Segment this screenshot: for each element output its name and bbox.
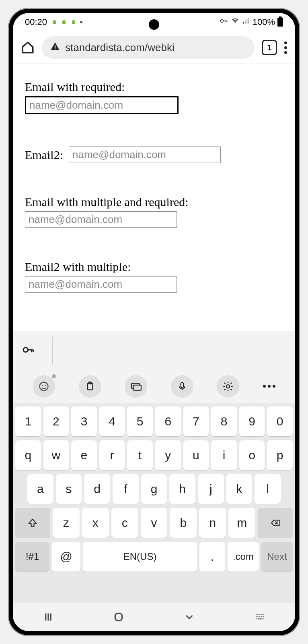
key-q[interactable]: q (15, 440, 41, 470)
front-camera (149, 19, 159, 30)
browser-toolbar: standardista.com/webki 1 (13, 31, 295, 64)
key-g[interactable]: g (141, 474, 167, 504)
svg-point-34 (263, 616, 264, 617)
key-8[interactable]: 8 (211, 407, 237, 436)
svg-point-0 (53, 21, 53, 21)
keyboard-switch-button[interactable] (252, 609, 268, 625)
key-c[interactable]: c (111, 508, 138, 538)
svg-point-25 (256, 614, 257, 615)
key-r[interactable]: r (99, 440, 125, 470)
key-o[interactable]: o (239, 440, 265, 470)
key-u[interactable]: u (183, 440, 209, 470)
key-i[interactable]: i (211, 440, 237, 470)
svg-rect-13 (55, 48, 55, 49)
key-row-zxcv: z x c v b n m (15, 508, 293, 538)
key-m[interactable]: m (228, 508, 255, 538)
svg-rect-9 (244, 21, 246, 23)
toolbar-more-button[interactable] (263, 385, 275, 388)
next-key[interactable]: Next (261, 542, 293, 572)
key-4[interactable]: 4 (99, 407, 125, 436)
key-f[interactable]: f (113, 474, 139, 504)
key-p[interactable]: p (267, 440, 293, 470)
svg-point-4 (72, 21, 73, 21)
key-9[interactable]: 9 (239, 407, 265, 436)
more-notifications-dot (80, 21, 82, 23)
svg-point-7 (235, 23, 236, 23)
svg-point-28 (261, 614, 262, 615)
emoji-button[interactable] (33, 375, 55, 398)
period-key[interactable]: . (199, 542, 225, 572)
key-h[interactable]: h (169, 474, 195, 504)
key-x[interactable]: x (82, 508, 109, 538)
android-icon (61, 19, 66, 25)
home-nav-button[interactable] (111, 609, 127, 625)
key-s[interactable]: s (56, 474, 82, 504)
email2-multiple-input[interactable] (25, 276, 177, 293)
key-n[interactable]: n (199, 508, 226, 538)
password-key-icon[interactable] (20, 344, 36, 357)
android-icon (70, 19, 76, 25)
email2-input[interactable] (69, 147, 221, 163)
key-row-asdf: a s d f g h j k l (15, 474, 293, 504)
svg-point-37 (263, 618, 264, 619)
recents-button[interactable] (40, 609, 56, 625)
svg-point-17 (45, 385, 46, 386)
tabs-button[interactable]: 1 (262, 40, 277, 55)
key-6[interactable]: 6 (155, 407, 181, 436)
key-d[interactable]: d (84, 474, 110, 504)
key-0[interactable]: 0 (267, 407, 293, 436)
settings-button[interactable] (217, 375, 239, 398)
key-w[interactable]: w (43, 440, 69, 470)
keyboard-mode-button[interactable] (125, 375, 147, 398)
key-v[interactable]: v (141, 508, 168, 538)
battery-percent: 100% (253, 17, 275, 27)
email-required-input[interactable] (25, 96, 179, 114)
key-row-qwerty: q w e r t y u i o p (15, 440, 293, 470)
svg-rect-36 (258, 618, 262, 619)
dotcom-key[interactable]: .com (228, 542, 259, 572)
svg-rect-10 (246, 19, 248, 24)
svg-point-31 (258, 616, 259, 617)
page-content[interactable]: Email with required: Email2: Email with … (13, 64, 295, 309)
shift-key[interactable] (15, 508, 50, 538)
home-button[interactable] (21, 41, 35, 54)
field4-label: Email2 with multiple: (25, 260, 283, 274)
battery-icon (277, 18, 283, 27)
field2-label: Email2: (25, 148, 63, 162)
key-y[interactable]: y (155, 440, 181, 470)
svg-point-26 (258, 614, 259, 615)
key-5[interactable]: 5 (127, 407, 153, 436)
svg-rect-8 (243, 22, 244, 24)
voice-input-button[interactable] (171, 375, 193, 398)
email-multiple-required-input[interactable] (25, 211, 177, 228)
symbols-key[interactable]: !#1 (15, 542, 49, 572)
key-2[interactable]: 2 (43, 407, 69, 436)
key-k[interactable]: k (226, 474, 253, 504)
key-3[interactable]: 3 (71, 407, 97, 436)
key-t[interactable]: t (127, 440, 153, 470)
svg-point-35 (256, 618, 257, 619)
url-bar[interactable]: standardista.com/webki (42, 36, 255, 59)
svg-point-2 (63, 21, 63, 21)
back-chevron-button[interactable] (181, 609, 197, 625)
key-row-bottom: !#1 @ EN(US) . .com Next (15, 542, 293, 572)
key-7[interactable]: 7 (183, 407, 209, 436)
key-l[interactable]: l (255, 474, 281, 504)
svg-point-15 (40, 382, 48, 390)
backspace-key[interactable] (258, 508, 293, 538)
autofill-suggestion-bar (13, 331, 295, 369)
at-key[interactable]: @ (52, 542, 80, 572)
key-a[interactable]: a (27, 474, 53, 504)
key-e[interactable]: e (71, 440, 97, 470)
clipboard-button[interactable] (79, 375, 101, 398)
key-1[interactable]: 1 (15, 407, 41, 436)
menu-button[interactable] (284, 41, 287, 54)
svg-point-32 (259, 616, 261, 617)
url-text: standardista.com/webki (65, 41, 175, 54)
key-z[interactable]: z (53, 508, 80, 538)
svg-rect-12 (55, 45, 55, 48)
key-j[interactable]: j (198, 474, 224, 504)
spacebar-key[interactable]: EN(US) (83, 542, 197, 572)
key-b[interactable]: b (170, 508, 197, 538)
status-time: 00:20 (25, 17, 47, 27)
